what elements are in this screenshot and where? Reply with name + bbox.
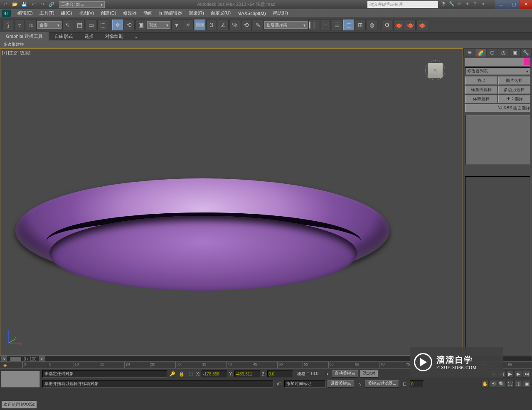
cp-tab-utilities-icon[interactable]: 🔧 xyxy=(521,49,531,57)
maxscript-listener[interactable]: 欢迎使用 MAXSc xyxy=(2,401,37,408)
scale-tool-icon[interactable]: ▣ xyxy=(135,20,146,30)
angle-snap-icon[interactable]: ∠ xyxy=(218,20,229,30)
show-end-result-icon[interactable] xyxy=(481,168,488,174)
time-prev-icon[interactable]: < xyxy=(1,356,7,361)
btn-nurbs-surf-select[interactable]: NURBS 曲面选择 xyxy=(465,104,530,112)
app-logo-icon[interactable]: ◐ xyxy=(2,10,11,17)
bind-space-icon[interactable]: ≋ xyxy=(26,20,37,30)
key-lock-icon[interactable]: ⊸ xyxy=(323,370,330,378)
btn-extrude[interactable]: 挤出 xyxy=(465,77,498,85)
layers-icon[interactable]: ☰ xyxy=(332,20,342,30)
menu-animation[interactable]: 动画 xyxy=(140,9,156,17)
percent-snap-icon[interactable]: % xyxy=(229,20,240,30)
status-swatch[interactable] xyxy=(1,371,40,388)
y-coord-input[interactable] xyxy=(234,370,260,377)
link-tool-icon[interactable]: ⟆ xyxy=(2,20,13,30)
named-selection-dropdown[interactable]: 创建选择集▾ xyxy=(264,21,308,29)
menu-views[interactable]: 视图(V) xyxy=(76,9,98,17)
edit-named-sel-icon[interactable]: ✎ xyxy=(253,20,264,30)
viewport-label[interactable]: [+] [正交] [真实] xyxy=(2,50,30,56)
play-icon[interactable]: ▶ xyxy=(506,370,514,378)
workspace-dropdown[interactable]: 工作台: 默认▾ xyxy=(59,1,105,8)
menu-customize[interactable]: 自定义(U) xyxy=(207,9,234,17)
isolate-icon[interactable]: ⬚ xyxy=(187,370,195,378)
ribbon-tab-paint[interactable]: 对象绘制 xyxy=(99,32,129,41)
cp-tab-modify-icon[interactable]: 🌈 xyxy=(475,49,486,57)
manipulate-icon[interactable]: ✧ xyxy=(183,20,194,30)
ribbon-tab-select[interactable]: 选择 xyxy=(79,32,99,41)
key-mode-icon[interactable]: ⊟ xyxy=(401,380,408,388)
modifier-stack[interactable] xyxy=(465,115,530,165)
btn-poly-select[interactable]: 多边形选择 xyxy=(498,86,531,94)
star-icon[interactable]: ☆ xyxy=(457,1,464,8)
binoculars-icon[interactable]: 🔭 xyxy=(441,1,447,8)
mirror-icon[interactable]: ▎▏ xyxy=(308,20,319,30)
btn-face-select[interactable]: 面片选择 xyxy=(498,77,531,85)
keyboard-shortcut-icon[interactable]: ⌨ xyxy=(195,20,205,30)
ribbon-tab-freeform[interactable]: 自由形式 xyxy=(49,32,79,41)
select-object-icon[interactable]: ↖ xyxy=(62,20,73,30)
reference-coord-dropdown[interactable]: 视图▾ xyxy=(147,21,170,29)
auto-key-button[interactable]: 自动关键点 xyxy=(332,370,358,378)
x-coord-input[interactable] xyxy=(202,370,227,377)
snap-toggle-icon[interactable]: 3 xyxy=(206,20,217,30)
viewcube[interactable]: 前 xyxy=(428,63,443,78)
cp-tab-hierarchy-icon[interactable]: ⌬ xyxy=(487,49,497,57)
select-window-icon[interactable]: ⬚ xyxy=(97,20,108,30)
ribbon-expand-icon[interactable]: ⌄ xyxy=(129,32,143,40)
modifier-list-dropdown[interactable]: 修改器列表▾ xyxy=(465,67,530,75)
menu-rendering[interactable]: 渲染(R) xyxy=(185,9,207,17)
pivot-icon[interactable]: ▼ xyxy=(171,20,182,30)
menu-help[interactable]: 帮助(H) xyxy=(269,9,291,17)
axis-gizmo-icon[interactable]: z x y xyxy=(6,329,23,346)
remove-modifier-icon[interactable] xyxy=(507,168,515,174)
goto-end-icon[interactable]: ⏭ xyxy=(523,370,530,378)
new-file-icon[interactable]: 🗋 xyxy=(2,1,9,8)
object-name-field[interactable] xyxy=(465,58,530,66)
make-unique-icon[interactable] xyxy=(494,168,501,174)
object-color-swatch[interactable] xyxy=(524,58,530,65)
link-icon[interactable]: 🔗 xyxy=(48,1,55,8)
viewport[interactable]: [+] [正交] [真实] 前 z x y xyxy=(0,48,463,356)
search-input[interactable]: 键入关键字或短语 xyxy=(367,1,438,8)
btn-spline-select[interactable]: 样条线选择 xyxy=(465,86,498,94)
menu-create[interactable]: 创建(C) xyxy=(97,9,119,17)
render-setup-icon[interactable]: ⚙ xyxy=(382,20,392,30)
unlink-tool-icon[interactable]: ⟇ xyxy=(14,20,25,30)
render-prod-icon[interactable]: 🫖 xyxy=(405,20,416,30)
close-button[interactable]: ✕ xyxy=(520,0,532,9)
star2-icon[interactable]: ✦ xyxy=(466,1,472,8)
curve-editor-icon[interactable]: ◫ xyxy=(343,20,354,30)
dropdown-icon[interactable]: ▾ xyxy=(482,1,489,8)
move-tool-icon[interactable]: ✥ xyxy=(112,20,123,30)
time-tag-icon[interactable]: 🏷 xyxy=(275,380,283,388)
time-next-icon[interactable]: > xyxy=(39,356,45,361)
zoom-all-icon[interactable]: ⛶ xyxy=(506,380,514,388)
timeline-key-icon[interactable]: ◈ xyxy=(0,362,10,368)
menu-edit[interactable]: 编辑(E) xyxy=(14,9,36,17)
render-frame-icon[interactable]: 🫖 xyxy=(393,20,404,30)
align-icon[interactable]: ≡ xyxy=(320,20,331,30)
ribbon-sub-label[interactable]: 多边形建模 xyxy=(3,42,24,47)
btn-volume-select[interactable]: 体积选择 xyxy=(465,95,498,103)
menu-group[interactable]: 组(G) xyxy=(58,9,76,17)
render-iter-icon[interactable]: 🫖 xyxy=(416,20,427,30)
cp-tab-display-icon[interactable]: ▣ xyxy=(510,49,520,57)
selection-filter-dropdown[interactable]: 全部▾ xyxy=(37,21,62,29)
redo-icon[interactable]: ↷ xyxy=(39,1,46,8)
select-region-rect-icon[interactable]: ▭ xyxy=(86,20,96,30)
open-icon[interactable]: 📂 xyxy=(12,1,18,8)
save-icon[interactable]: 💾 xyxy=(21,1,27,8)
material-editor-icon[interactable]: ◍ xyxy=(367,20,377,30)
menu-modifiers[interactable]: 修改器 xyxy=(120,9,140,17)
selected-dropdown[interactable]: 选定对 xyxy=(360,370,378,378)
pan-icon[interactable]: ✋ xyxy=(481,380,489,388)
fov-icon[interactable]: ◫ xyxy=(515,380,522,388)
maximize-button[interactable]: ▢ xyxy=(507,0,520,9)
key-filters-button[interactable]: 关键点过滤器... xyxy=(365,380,399,388)
pin-stack-icon[interactable] xyxy=(468,168,475,174)
help-icon[interactable]: ? xyxy=(474,1,480,8)
z-coord-input[interactable] xyxy=(267,370,293,377)
lock-icon[interactable]: 🔒 xyxy=(178,370,185,378)
set-key-button[interactable]: 设置关键点 xyxy=(328,380,354,388)
